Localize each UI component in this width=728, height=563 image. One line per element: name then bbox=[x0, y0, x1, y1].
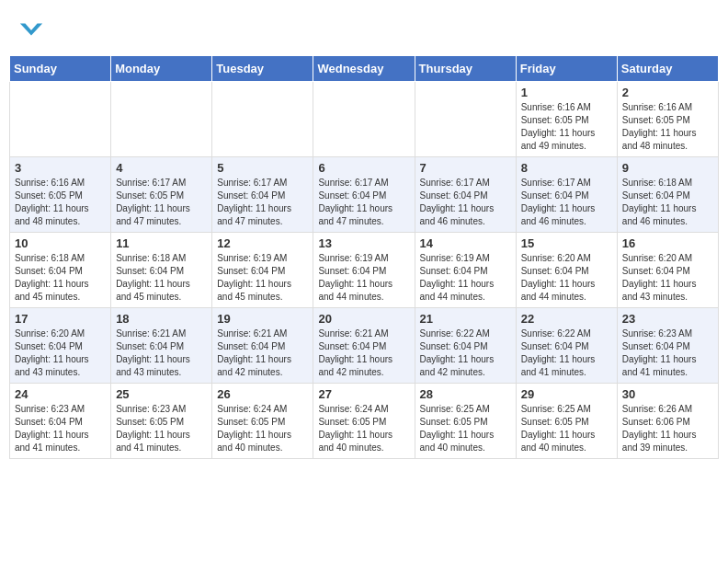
day-number: 23 bbox=[622, 312, 713, 326]
calendar-cell: 8Sunrise: 6:17 AMSunset: 6:04 PMDaylight… bbox=[516, 157, 617, 233]
day-number: 19 bbox=[217, 312, 308, 326]
calendar-header-tuesday: Tuesday bbox=[212, 56, 313, 82]
day-number: 11 bbox=[116, 236, 207, 250]
day-info: Sunrise: 6:17 AMSunset: 6:04 PMDaylight:… bbox=[318, 177, 409, 228]
day-number: 5 bbox=[217, 161, 308, 175]
calendar-cell: 17Sunrise: 6:20 AMSunset: 6:04 PMDayligh… bbox=[10, 308, 111, 384]
day-info: Sunrise: 6:23 AMSunset: 6:05 PMDaylight:… bbox=[116, 403, 207, 454]
calendar-cell: 23Sunrise: 6:23 AMSunset: 6:04 PMDayligh… bbox=[617, 308, 718, 384]
calendar-cell bbox=[415, 82, 516, 157]
calendar-cell: 12Sunrise: 6:19 AMSunset: 6:04 PMDayligh… bbox=[212, 233, 313, 308]
day-number: 3 bbox=[15, 161, 106, 175]
calendar-cell: 14Sunrise: 6:19 AMSunset: 6:04 PMDayligh… bbox=[415, 233, 516, 308]
day-info: Sunrise: 6:24 AMSunset: 6:05 PMDaylight:… bbox=[217, 403, 308, 454]
day-info: Sunrise: 6:21 AMSunset: 6:04 PMDaylight:… bbox=[217, 327, 308, 379]
day-info: Sunrise: 6:19 AMSunset: 6:04 PMDaylight:… bbox=[217, 252, 308, 304]
day-number: 24 bbox=[15, 387, 106, 401]
day-info: Sunrise: 6:21 AMSunset: 6:04 PMDaylight:… bbox=[318, 327, 409, 379]
day-number: 8 bbox=[521, 161, 612, 175]
calendar-cell: 4Sunrise: 6:17 AMSunset: 6:05 PMDaylight… bbox=[111, 157, 212, 233]
day-number: 26 bbox=[217, 387, 308, 401]
day-info: Sunrise: 6:20 AMSunset: 6:04 PMDaylight:… bbox=[15, 327, 106, 379]
day-info: Sunrise: 6:20 AMSunset: 6:04 PMDaylight:… bbox=[521, 252, 612, 304]
calendar-cell: 25Sunrise: 6:23 AMSunset: 6:05 PMDayligh… bbox=[111, 384, 212, 459]
day-info: Sunrise: 6:25 AMSunset: 6:05 PMDaylight:… bbox=[420, 403, 511, 454]
calendar-cell: 22Sunrise: 6:22 AMSunset: 6:04 PMDayligh… bbox=[516, 308, 617, 384]
calendar-table: SundayMondayTuesdayWednesdayThursdayFrid… bbox=[9, 55, 719, 459]
day-number: 4 bbox=[116, 161, 207, 175]
calendar-cell: 28Sunrise: 6:25 AMSunset: 6:05 PMDayligh… bbox=[415, 384, 516, 459]
day-number: 18 bbox=[116, 312, 207, 326]
day-number: 2 bbox=[622, 86, 713, 99]
day-info: Sunrise: 6:17 AMSunset: 6:04 PMDaylight:… bbox=[420, 177, 511, 228]
calendar-header-monday: Monday bbox=[111, 56, 212, 82]
day-number: 22 bbox=[521, 312, 612, 326]
calendar-cell bbox=[111, 82, 212, 157]
calendar-header-thursday: Thursday bbox=[415, 56, 516, 82]
day-number: 28 bbox=[420, 387, 511, 401]
logo-icon bbox=[18, 17, 44, 42]
calendar-cell: 11Sunrise: 6:18 AMSunset: 6:04 PMDayligh… bbox=[111, 233, 212, 308]
day-number: 7 bbox=[420, 161, 511, 175]
page-header bbox=[9, 9, 719, 50]
calendar-cell: 26Sunrise: 6:24 AMSunset: 6:05 PMDayligh… bbox=[212, 384, 313, 459]
calendar-cell: 7Sunrise: 6:17 AMSunset: 6:04 PMDaylight… bbox=[415, 157, 516, 233]
day-number: 1 bbox=[521, 86, 612, 99]
calendar-week-row: 3Sunrise: 6:16 AMSunset: 6:05 PMDaylight… bbox=[10, 157, 719, 233]
calendar-cell bbox=[313, 82, 415, 157]
calendar-cell bbox=[212, 82, 313, 157]
calendar-cell: 16Sunrise: 6:20 AMSunset: 6:04 PMDayligh… bbox=[617, 233, 718, 308]
day-info: Sunrise: 6:24 AMSunset: 6:05 PMDaylight:… bbox=[318, 403, 409, 454]
calendar-cell: 15Sunrise: 6:20 AMSunset: 6:04 PMDayligh… bbox=[516, 233, 617, 308]
day-info: Sunrise: 6:16 AMSunset: 6:05 PMDaylight:… bbox=[622, 101, 713, 153]
day-info: Sunrise: 6:17 AMSunset: 6:04 PMDaylight:… bbox=[217, 177, 308, 228]
calendar-cell: 27Sunrise: 6:24 AMSunset: 6:05 PMDayligh… bbox=[313, 384, 415, 459]
day-number: 20 bbox=[318, 312, 409, 326]
day-number: 16 bbox=[622, 236, 713, 250]
calendar-cell: 24Sunrise: 6:23 AMSunset: 6:04 PMDayligh… bbox=[10, 384, 111, 459]
day-info: Sunrise: 6:22 AMSunset: 6:04 PMDaylight:… bbox=[521, 327, 612, 379]
day-info: Sunrise: 6:17 AMSunset: 6:05 PMDaylight:… bbox=[116, 177, 207, 228]
day-info: Sunrise: 6:21 AMSunset: 6:04 PMDaylight:… bbox=[116, 327, 207, 379]
day-info: Sunrise: 6:18 AMSunset: 6:04 PMDaylight:… bbox=[622, 177, 713, 228]
calendar-cell: 3Sunrise: 6:16 AMSunset: 6:05 PMDaylight… bbox=[10, 157, 111, 233]
day-number: 25 bbox=[116, 387, 207, 401]
calendar-header-sunday: Sunday bbox=[10, 56, 111, 82]
day-number: 17 bbox=[15, 312, 106, 326]
day-info: Sunrise: 6:26 AMSunset: 6:06 PMDaylight:… bbox=[622, 403, 713, 454]
calendar-header-friday: Friday bbox=[516, 56, 617, 82]
day-number: 21 bbox=[420, 312, 511, 326]
day-info: Sunrise: 6:23 AMSunset: 6:04 PMDaylight:… bbox=[15, 403, 106, 454]
calendar-cell: 6Sunrise: 6:17 AMSunset: 6:04 PMDaylight… bbox=[313, 157, 415, 233]
calendar-cell: 30Sunrise: 6:26 AMSunset: 6:06 PMDayligh… bbox=[617, 384, 718, 459]
day-number: 27 bbox=[318, 387, 409, 401]
day-info: Sunrise: 6:16 AMSunset: 6:05 PMDaylight:… bbox=[521, 101, 612, 153]
day-info: Sunrise: 6:19 AMSunset: 6:04 PMDaylight:… bbox=[420, 252, 511, 304]
calendar-cell: 13Sunrise: 6:19 AMSunset: 6:04 PMDayligh… bbox=[313, 233, 415, 308]
calendar-cell: 18Sunrise: 6:21 AMSunset: 6:04 PMDayligh… bbox=[111, 308, 212, 384]
calendar-cell: 29Sunrise: 6:25 AMSunset: 6:05 PMDayligh… bbox=[516, 384, 617, 459]
day-number: 10 bbox=[15, 236, 106, 250]
calendar-header-row: SundayMondayTuesdayWednesdayThursdayFrid… bbox=[10, 56, 719, 82]
day-info: Sunrise: 6:18 AMSunset: 6:04 PMDaylight:… bbox=[15, 252, 106, 304]
calendar-header-saturday: Saturday bbox=[617, 56, 718, 82]
day-number: 15 bbox=[521, 236, 612, 250]
logo bbox=[18, 17, 48, 42]
day-info: Sunrise: 6:16 AMSunset: 6:05 PMDaylight:… bbox=[15, 177, 106, 228]
calendar-header-wednesday: Wednesday bbox=[313, 56, 415, 82]
day-number: 12 bbox=[217, 236, 308, 250]
calendar-cell: 2Sunrise: 6:16 AMSunset: 6:05 PMDaylight… bbox=[617, 82, 718, 157]
calendar-cell: 21Sunrise: 6:22 AMSunset: 6:04 PMDayligh… bbox=[415, 308, 516, 384]
calendar-cell: 1Sunrise: 6:16 AMSunset: 6:05 PMDaylight… bbox=[516, 82, 617, 157]
calendar-week-row: 17Sunrise: 6:20 AMSunset: 6:04 PMDayligh… bbox=[10, 308, 719, 384]
calendar-cell: 20Sunrise: 6:21 AMSunset: 6:04 PMDayligh… bbox=[313, 308, 415, 384]
day-info: Sunrise: 6:20 AMSunset: 6:04 PMDaylight:… bbox=[622, 252, 713, 304]
day-info: Sunrise: 6:18 AMSunset: 6:04 PMDaylight:… bbox=[116, 252, 207, 304]
calendar-week-row: 1Sunrise: 6:16 AMSunset: 6:05 PMDaylight… bbox=[10, 82, 719, 157]
calendar-cell: 9Sunrise: 6:18 AMSunset: 6:04 PMDaylight… bbox=[617, 157, 718, 233]
svg-marker-0 bbox=[20, 23, 42, 35]
calendar-cell: 5Sunrise: 6:17 AMSunset: 6:04 PMDaylight… bbox=[212, 157, 313, 233]
day-info: Sunrise: 6:25 AMSunset: 6:05 PMDaylight:… bbox=[521, 403, 612, 454]
day-info: Sunrise: 6:17 AMSunset: 6:04 PMDaylight:… bbox=[521, 177, 612, 228]
day-number: 13 bbox=[318, 236, 409, 250]
